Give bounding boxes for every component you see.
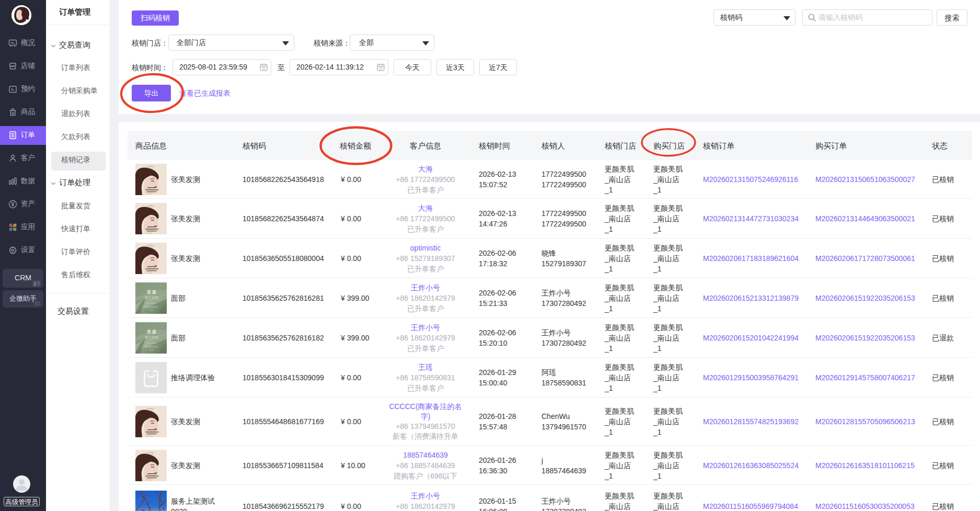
svg-text:BOTANICAL: BOTANICAL [145,306,158,309]
svg-text:焕活舒缓: 焕活舒缓 [145,296,159,300]
svg-text:焕活舒缓: 焕活舒缓 [145,335,159,339]
svg-text:BOTANICAL: BOTANICAL [145,346,158,348]
svg-text:茶 露: 茶 露 [146,290,156,294]
svg-text:茶 露: 茶 露 [146,330,156,334]
